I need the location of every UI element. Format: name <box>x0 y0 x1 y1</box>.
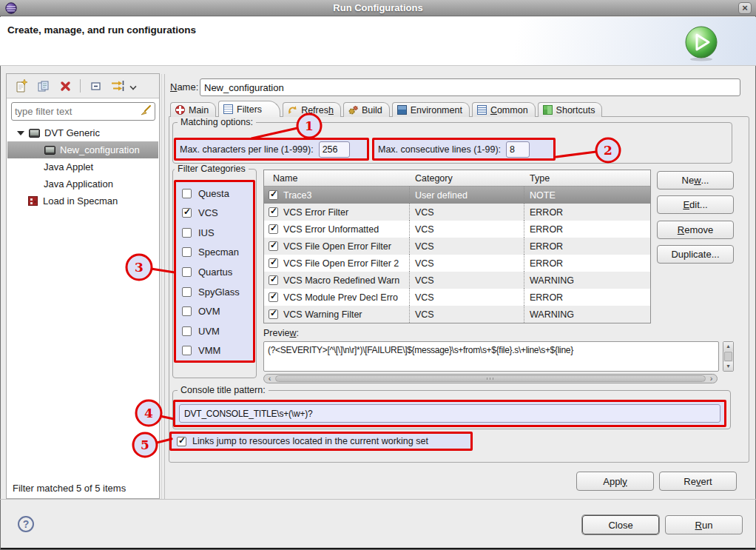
tab-main[interactable]: Main <box>170 102 216 117</box>
close-button[interactable]: Close <box>582 515 659 534</box>
label-fragment: ert <box>701 476 712 487</box>
filter-configurations-icon[interactable] <box>108 77 127 95</box>
category-checkbox[interactable] <box>182 247 192 257</box>
tree-item-load-in-specman[interactable]: Load in Specman <box>7 192 158 209</box>
tab-build[interactable]: Build <box>343 102 390 117</box>
category-row[interactable]: Questa <box>176 184 253 204</box>
row-checkbox[interactable] <box>269 241 278 251</box>
preview-regex-box[interactable]: (?<SEVERITY>[^\[\]\n\r]*)\[FAILURE\]${me… <box>263 341 719 372</box>
row-checkbox[interactable] <box>269 309 278 319</box>
category-row[interactable]: Quartus <box>176 262 253 282</box>
category-checkbox[interactable] <box>182 267 192 277</box>
links-checkbox-label: Links jump to resources located in the c… <box>192 436 428 446</box>
clear-filter-broom-icon[interactable] <box>140 104 152 119</box>
row-checkbox[interactable] <box>269 258 278 268</box>
tree-item-new-configuration[interactable]: New_configuration <box>7 141 158 158</box>
tree-item-label: DVT Generic <box>44 127 100 138</box>
category-row[interactable]: UVM <box>176 321 253 341</box>
help-button[interactable]: ? <box>18 516 34 532</box>
scroll-up-icon[interactable]: ▴ <box>723 342 733 351</box>
max-lines-input[interactable] <box>506 141 530 158</box>
filter-category: VCS <box>409 221 524 238</box>
category-label: UVM <box>198 326 220 337</box>
category-checkbox[interactable] <box>182 306 192 316</box>
title-bar[interactable]: Run Configurations × <box>0 0 756 16</box>
duplicate-configuration-icon[interactable] <box>33 77 53 95</box>
category-row[interactable]: VCS <box>176 204 253 224</box>
configuration-name-input[interactable] <box>200 78 740 96</box>
category-checkbox[interactable] <box>182 208 192 218</box>
edit-filter-button[interactable]: Edit... <box>657 195 734 214</box>
max-chars-input[interactable] <box>319 141 350 158</box>
category-checkbox[interactable] <box>182 287 192 297</box>
table-header[interactable]: Name Category Type <box>264 170 650 187</box>
category-row[interactable]: IUS <box>176 223 253 243</box>
tab-common[interactable]: Common <box>472 102 536 117</box>
remove-filter-button[interactable]: Remove <box>657 221 734 239</box>
category-checkbox[interactable] <box>182 346 192 355</box>
filter-type: ERROR <box>524 204 650 221</box>
filter-text-input[interactable] <box>15 106 140 117</box>
table-row[interactable]: VCS Macro Redefined Warn VCS WARNING <box>264 272 650 289</box>
vertical-scroll-thumb[interactable] <box>724 352 732 361</box>
tab-filters[interactable]: Filters <box>218 101 280 117</box>
row-checkbox[interactable] <box>269 292 278 302</box>
category-row[interactable]: VMM <box>176 341 253 361</box>
run-button[interactable]: Run <box>665 515 743 534</box>
table-row[interactable]: VCS Warning Filter VCS WARNING <box>264 306 650 323</box>
table-row[interactable]: Trace3 User defined NOTE <box>264 187 650 204</box>
delete-configuration-icon[interactable] <box>55 77 75 95</box>
tab-shortcuts[interactable]: Shortcuts <box>538 102 603 117</box>
window-title: Run Configurations <box>0 2 756 13</box>
tree-item-java-application[interactable]: Java Application <box>7 175 158 192</box>
configurations-panel: DVT Generic New_configuration Java Apple… <box>6 73 160 499</box>
column-header-type[interactable]: Type <box>524 173 650 184</box>
category-checkbox[interactable] <box>182 326 192 336</box>
column-header-name[interactable]: Name <box>264 173 409 184</box>
table-row[interactable]: VCS Error Unformatted VCS ERROR <box>264 221 650 238</box>
row-checkbox[interactable] <box>269 224 278 234</box>
duplicate-filter-button[interactable]: Duplicate... <box>657 245 734 264</box>
row-checkbox[interactable] <box>269 190 278 200</box>
category-row[interactable]: Specman <box>176 243 253 263</box>
category-checkbox[interactable] <box>182 228 192 238</box>
category-row[interactable]: OVM <box>176 301 253 321</box>
links-checkbox[interactable] <box>177 437 186 446</box>
button-label: Duplicate... <box>671 249 719 260</box>
category-checkbox[interactable] <box>182 189 192 198</box>
tree-item-java-applet[interactable]: Java Applet <box>7 158 158 175</box>
apply-button[interactable]: Apply <box>576 472 654 491</box>
category-label: VMM <box>198 345 220 356</box>
label-mnemonic: h <box>328 105 334 115</box>
tree-item-dvt-generic[interactable]: DVT Generic <box>7 124 158 141</box>
new-configuration-icon[interactable] <box>11 77 30 95</box>
row-checkbox[interactable] <box>269 275 278 285</box>
toolbar-menu-chevron-icon[interactable] <box>130 83 136 89</box>
close-window-button[interactable]: × <box>738 2 752 14</box>
console-title-pattern-input[interactable] <box>179 404 720 423</box>
new-filter-button[interactable]: New... <box>657 171 734 190</box>
expander-icon[interactable] <box>17 131 24 135</box>
max-lines-label: Max. consecutive lines (1-99): <box>378 144 501 155</box>
tab-environment[interactable]: Environment <box>392 102 470 117</box>
preview-horizontal-scrollbar[interactable]: ‹ › <box>263 374 718 383</box>
table-row[interactable]: VCS Error Filter VCS ERROR <box>264 204 650 221</box>
preview-label: Preview: <box>263 328 299 338</box>
filter-text-field[interactable] <box>11 102 155 121</box>
table-row[interactable]: VCS File Open Error Filter 2 VCS ERROR <box>264 255 650 272</box>
tab-refresh[interactable]: Refresh <box>283 102 341 117</box>
column-header-category[interactable]: Category <box>409 173 524 184</box>
common-tab-icon <box>477 105 487 115</box>
row-checkbox[interactable] <box>269 207 278 217</box>
scroll-right-icon[interactable]: › <box>706 375 717 383</box>
scroll-left-icon[interactable]: ‹ <box>264 375 275 383</box>
table-row[interactable]: VCS Module Prev Decl Erro VCS ERROR <box>264 289 650 306</box>
horizontal-scroll-thumb[interactable] <box>275 375 706 382</box>
revert-button[interactable]: Revert <box>659 472 737 491</box>
category-row[interactable]: SpyGlass <box>176 282 253 302</box>
table-row[interactable]: VCS File Open Error Filter VCS ERROR <box>264 238 650 255</box>
panel-sash[interactable] <box>161 74 165 499</box>
preview-vertical-scrollbar[interactable]: ▴ ▾ <box>723 341 734 372</box>
collapse-all-icon[interactable] <box>86 77 105 95</box>
scroll-down-icon[interactable]: ▾ <box>723 362 733 371</box>
